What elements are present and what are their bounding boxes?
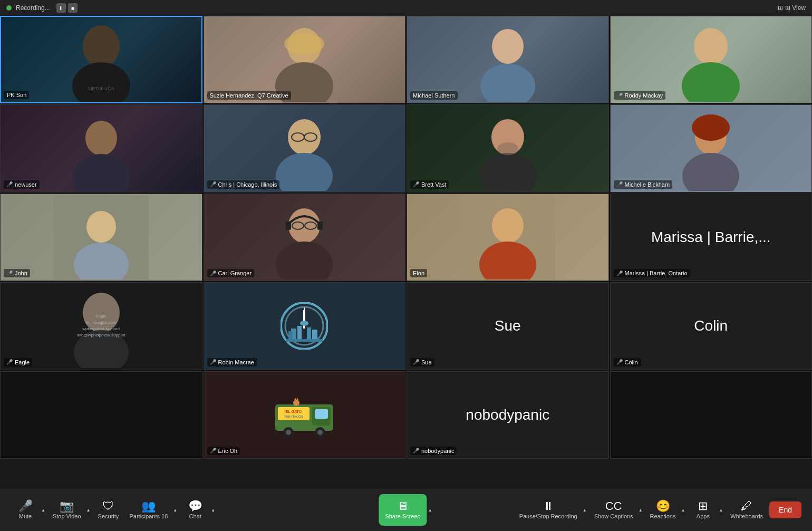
participant-cell-john[interactable]: 🎤 John: [0, 194, 202, 281]
participant-name-newuser: 🎤 newuser: [4, 180, 40, 189]
participant-cell-robin[interactable]: 🎤 Robin Macrae: [204, 282, 406, 370]
camera-icon: 📷: [60, 500, 74, 512]
svg-text:METALLICA: METALLICA: [88, 86, 114, 91]
chat-icon: 💬: [188, 500, 202, 512]
mute-icon-carl: 🎤: [210, 271, 216, 276]
participant-cell-chris[interactable]: 🎤 Chris | Chicago, Illinois: [204, 104, 406, 192]
svg-rect-28: [317, 221, 323, 230]
participant-cell-eagle[interactable]: Eagletechmagick.comwphelpdesk.supportinf…: [0, 282, 202, 370]
mute-arrow-button[interactable]: ▲: [40, 507, 46, 514]
nobodypanic-label: nobodypanic: [421, 448, 454, 454]
end-button[interactable]: End: [769, 501, 801, 518]
robin-logo: [281, 302, 328, 350]
chat-button[interactable]: 💬 Chat: [180, 494, 210, 526]
participant-cell-colin[interactable]: Colin 🎤 Colin: [610, 282, 813, 370]
video-grid: METALLICA PK Son Suzie Hernandez, Q7 Cre…: [0, 16, 812, 459]
svg-point-33: [492, 208, 524, 243]
carl-label: Carl Granger: [218, 270, 252, 276]
pause-recording-arrow[interactable]: ▲: [582, 507, 588, 514]
captions-arrow[interactable]: ▲: [637, 507, 644, 514]
participant-cell-michael[interactable]: Michael Suthern: [407, 16, 609, 103]
empty-cell-2: [610, 371, 813, 459]
stop-recording-button[interactable]: ■: [68, 3, 78, 13]
reactions-label: Reactions: [650, 513, 676, 519]
apps-arrow[interactable]: ▲: [718, 507, 724, 514]
share-screen-group: 🖥 Share Screen ▲: [379, 494, 433, 526]
participant-cell-eric[interactable]: EL GATO FISH TACOS 🎤 Eric Oh: [204, 371, 406, 459]
participant-cell-roddy[interactable]: 🎤 Roddy Mackay: [610, 16, 813, 103]
recording-text: Recording...: [16, 4, 50, 12]
mute-button[interactable]: 🎤 Mute: [11, 494, 40, 526]
shield-icon: 🛡: [102, 500, 114, 512]
security-button[interactable]: 🛡 Security: [93, 494, 123, 526]
participant-name-suzie: Suzie Hernandez, Q7 Creative: [207, 91, 291, 100]
participant-name-carl: 🎤 Carl Granger: [207, 269, 255, 277]
mute-icon-marissa: 🎤: [616, 271, 623, 276]
toolbar-left-group: 🎤 Mute ▲ 📷 Stop Video ▲ 🛡 Security 👥 Par…: [11, 494, 216, 526]
whiteboards-label: Whiteboards: [730, 513, 763, 519]
svg-point-24: [86, 211, 116, 243]
svg-point-10: [85, 121, 117, 156]
michelle-label: Michelle Bickham: [625, 181, 670, 188]
video-arrow-button[interactable]: ▲: [85, 507, 92, 514]
toolbar-right-group: ⏸ Pause/Stop Recording ▲ CC Show Caption…: [515, 494, 801, 526]
svg-rect-44: [307, 327, 311, 339]
newuser-label: newuser: [15, 181, 37, 188]
pause-recording-button[interactable]: ⏸: [56, 3, 66, 13]
stop-video-label: Stop Video: [53, 513, 81, 519]
svg-point-59: [293, 400, 299, 406]
nobodypanic-display-name: nobodypanic: [466, 407, 549, 423]
participant-cell-elon[interactable]: Elon: [407, 194, 609, 281]
mute-icon-eagle: 🎤: [6, 359, 13, 365]
participant-cell-newuser[interactable]: 🎤 newuser: [0, 104, 202, 192]
chat-arrow-button[interactable]: ▲: [210, 507, 216, 514]
mute-icon-sue: 🎤: [413, 359, 419, 365]
participant-cell-nobodypanic[interactable]: nobodypanic 🎤 nobodypanic: [407, 371, 609, 459]
pause-recording-label: Pause/Stop Recording: [519, 513, 577, 519]
mute-icon-michelle: 🎤: [616, 181, 623, 187]
toolbar: 🎤 Mute ▲ 📷 Stop Video ▲ 🛡 Security 👥 Par…: [0, 489, 812, 531]
mute-icon-john: 🎤: [6, 271, 13, 276]
svg-point-18: [479, 153, 536, 191]
participant-name-michael: Michael Suthern: [410, 91, 458, 100]
reactions-icon: 😊: [656, 500, 670, 512]
participant-cell-marissa[interactable]: Marissa | Barrie,... 🎤 Marissa | Barrie,…: [610, 194, 813, 281]
stop-video-button[interactable]: 📷 Stop Video: [49, 494, 85, 526]
colin-display-name: Colin: [694, 317, 728, 334]
elon-label: Elon: [413, 270, 424, 276]
svg-point-19: [497, 142, 518, 155]
sue-label: Sue: [421, 359, 432, 365]
participants-arrow-button[interactable]: ▲: [172, 507, 178, 514]
svg-point-4: [284, 33, 324, 54]
participant-name-chris: 🎤 Chris | Chicago, Illinois: [207, 180, 280, 189]
participant-name-brett: 🎤 Brett Vast: [410, 180, 449, 189]
participant-cell-sue[interactable]: Sue 🎤 Sue: [407, 282, 609, 370]
reactions-button[interactable]: 😊 Reactions: [646, 494, 680, 526]
share-screen-arrow-button[interactable]: ▲: [427, 507, 433, 514]
svg-point-8: [694, 28, 728, 65]
participant-cell-michelle[interactable]: 🎤 Michelle Bickham: [610, 104, 813, 192]
participant-cell-brett[interactable]: 🎤 Brett Vast: [407, 104, 609, 192]
apps-button[interactable]: ⊞ Apps: [688, 494, 718, 526]
reactions-group: 😊 Reactions ▲: [646, 494, 687, 526]
participant-name-eagle: 🎤 Eagle: [4, 358, 32, 366]
svg-marker-61: [296, 398, 298, 400]
mute-group: 🎤 Mute ▲: [11, 494, 46, 526]
participant-cell-suzie[interactable]: Suzie Hernandez, Q7 Creative: [204, 16, 406, 103]
svg-point-0: [83, 25, 120, 67]
participants-button[interactable]: 👥 Participants 18: [125, 494, 172, 526]
participant-name-michelle: 🎤 Michelle Bickham: [614, 180, 673, 189]
view-button[interactable]: ⊞ ⊞ View: [778, 4, 806, 12]
captions-icon: CC: [605, 500, 622, 512]
chris-label: Chris | Chicago, Illinois: [218, 181, 277, 188]
whiteboards-button[interactable]: 🖊 Whiteboards: [726, 494, 767, 526]
reactions-arrow[interactable]: ▲: [680, 507, 686, 514]
participant-cell-pk-son[interactable]: METALLICA PK Son: [0, 16, 202, 103]
pause-recording-group: ⏸ Pause/Stop Recording ▲: [515, 494, 588, 526]
mute-icon-brett: 🎤: [413, 181, 419, 187]
share-screen-button[interactable]: 🖥 Share Screen: [379, 494, 427, 526]
pause-stop-recording-button[interactable]: ⏸ Pause/Stop Recording: [515, 494, 582, 526]
participant-cell-carl[interactable]: 🎤 Carl Granger: [204, 194, 406, 281]
eagle-label: Eagle: [15, 359, 30, 365]
show-captions-button[interactable]: CC Show Captions: [590, 494, 637, 526]
